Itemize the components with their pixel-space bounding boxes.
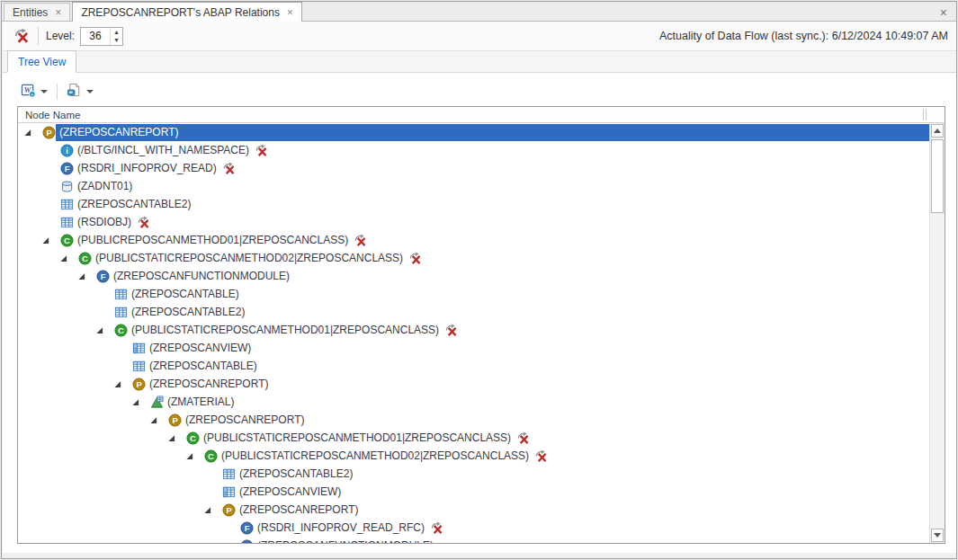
level-input[interactable]	[81, 28, 110, 45]
tree-row[interactable]: (ZREPOSCANTABLE2)	[18, 195, 929, 213]
main-toolbar: Level: ▲ ▼ Actuality of Data Flow (last …	[3, 22, 957, 51]
export-page-button[interactable]	[63, 80, 97, 104]
export-word-button[interactable]: W	[17, 80, 51, 104]
remove-relation-icon[interactable]	[430, 521, 443, 535]
tree-row[interactable]: P(ZREPOSCANREPORT)	[18, 411, 929, 429]
table-icon	[113, 287, 128, 301]
remove-relation-icon[interactable]	[354, 234, 367, 247]
remove-relation-icon[interactable]	[222, 162, 236, 175]
tree-row[interactable]: (ZREPOSCANTABLE)	[18, 357, 929, 375]
level-spinner[interactable]: ▲ ▼	[80, 27, 123, 46]
expand-arrow-icon[interactable]	[113, 375, 131, 393]
node-label[interactable]: (ZREPOSCANFUNCTIONMODULE)	[110, 268, 293, 285]
level-spin-up-icon[interactable]: ▲	[111, 28, 122, 37]
tab-abap-relations[interactable]: ZREPOSCANREPORT's ABAP Relations ×	[72, 2, 302, 22]
expand-arrow-icon[interactable]	[23, 123, 41, 141]
scrollbar-thumb[interactable]	[931, 139, 944, 213]
expand-arrow-icon[interactable]	[167, 429, 185, 447]
node-label[interactable]: (PUBLICSTATICREPOSCANMETHOD01|ZREPOSCANC…	[200, 430, 515, 447]
scroll-down-icon[interactable]	[931, 529, 944, 542]
function-icon: F	[59, 161, 74, 175]
expand-arrow-icon[interactable]	[221, 537, 239, 543]
node-label[interactable]: (ZREPOSCANTABLE2)	[236, 466, 356, 483]
include-icon: i	[59, 143, 74, 157]
database-icon	[59, 179, 74, 193]
level-spin-down-icon[interactable]: ▼	[111, 36, 122, 45]
node-label[interactable]: (PUBLICSTATICREPOSCANMETHOD02|ZREPOSCANC…	[218, 448, 533, 465]
tree-row[interactable]: (ZREPOSCANVIEW)	[18, 483, 929, 501]
tree-row[interactable]: (ZREPOSCANTABLE2)	[18, 303, 929, 321]
tree-row[interactable]: P(ZREPOSCANREPORT)	[18, 375, 929, 393]
tabstrip-close-icon[interactable]: ×	[940, 5, 947, 20]
tree-row[interactable]: (ZADNT01)	[18, 177, 929, 195]
node-label[interactable]: (ZREPOSCANTABLE2)	[74, 196, 194, 213]
node-label[interactable]: (ZREPOSCANREPORT)	[146, 376, 272, 393]
expand-arrow-icon[interactable]	[77, 267, 95, 285]
remove-relation-icon[interactable]	[444, 324, 458, 337]
chevron-down-icon[interactable]	[86, 90, 94, 93]
tab-entities-close-icon[interactable]: ×	[55, 7, 61, 18]
expand-arrow-icon[interactable]	[131, 393, 149, 411]
tree-row[interactable]: (ZMATERIAL)	[18, 393, 929, 411]
tree-row[interactable]: C(PUBLICSTATICREPOSCANMETHOD01|ZREPOSCAN…	[18, 429, 929, 447]
remove-relation-icon[interactable]	[408, 252, 422, 265]
function-icon: F	[95, 269, 110, 283]
tree-row[interactable]: F(ZREPOSCANFUNCTIONMODULE)	[18, 537, 929, 543]
node-label[interactable]: (ZREPOSCANVIEW)	[146, 340, 255, 357]
tree-row[interactable]: (RSDIOBJ)	[18, 213, 929, 231]
tree-row[interactable]: P(ZREPOSCANREPORT)	[18, 501, 929, 519]
chevron-down-icon[interactable]	[40, 90, 48, 93]
node-label[interactable]: (ZREPOSCANTABLE)	[128, 286, 243, 303]
expand-arrow-icon[interactable]	[59, 249, 77, 267]
tab-entities[interactable]: Entities ×	[4, 3, 70, 21]
node-label[interactable]: (RSDIOBJ)	[74, 214, 135, 231]
tree-row[interactable]: (ZREPOSCANTABLE2)	[18, 465, 929, 483]
node-label[interactable]: (PUBLICSTATICREPOSCANMETHOD02|ZREPOSCANC…	[92, 250, 407, 267]
expand-arrow-icon[interactable]	[203, 501, 221, 519]
expand-arrow-icon[interactable]	[149, 411, 167, 429]
tab-tree-view[interactable]: Tree View	[7, 50, 76, 73]
expand-arrow-icon[interactable]	[41, 231, 59, 249]
tree-row[interactable]: C(PUBLICSTATICREPOSCANMETHOD02|ZREPOSCAN…	[18, 249, 929, 267]
tree-column-header[interactable]: Node Name	[18, 107, 945, 123]
tab-abap-relations-close-icon[interactable]: ×	[287, 7, 293, 18]
node-label[interactable]: (ZREPOSCANTABLE)	[146, 358, 261, 375]
column-header-label: Node Name	[25, 110, 80, 120]
tree-row[interactable]: F(ZREPOSCANFUNCTIONMODULE)	[18, 267, 929, 285]
tree-row[interactable]: (ZREPOSCANTABLE)	[18, 285, 929, 303]
svg-text:C: C	[190, 433, 196, 442]
node-label[interactable]: (ZREPOSCANVIEW)	[236, 484, 345, 501]
node-label[interactable]: (ZADNT01)	[74, 178, 136, 195]
expand-arrow-icon[interactable]	[185, 447, 203, 465]
remove-relation-icon[interactable]	[137, 216, 150, 229]
vertical-scrollbar[interactable]	[929, 123, 945, 543]
expand-arrow-icon[interactable]	[95, 321, 113, 339]
scroll-up-icon[interactable]	[931, 124, 944, 138]
tree-row[interactable]: C(PUBLICREPOSCANMETHOD01|ZREPOSCANCLASS)	[18, 231, 929, 249]
tree-row[interactable]: F(RSDRI_INFOPROV_READ)	[18, 159, 929, 177]
remove-relation-icon[interactable]	[534, 449, 548, 463]
tree-row[interactable]: P(ZREPOSCANREPORT)	[18, 123, 929, 141]
node-label[interactable]: (/BLTG/INCL_WITH_NAMESPACE)	[74, 142, 253, 159]
column-resize-grip[interactable]	[923, 109, 927, 120]
remove-relation-icon[interactable]	[255, 144, 268, 157]
node-label[interactable]: (ZREPOSCANTABLE2)	[128, 304, 248, 321]
node-label[interactable]: (ZREPOSCANREPORT)	[236, 502, 362, 519]
node-label[interactable]: (ZREPOSCANREPORT)	[182, 412, 308, 429]
tree-row[interactable]: F(RSDRI_INFOPROV_READ_RFC)	[18, 519, 929, 537]
tree-row[interactable]: (ZREPOSCANVIEW)	[18, 339, 929, 357]
sync-status-text: Actuality of Data Flow (last sync.): 6/1…	[659, 30, 948, 42]
node-label[interactable]: (ZREPOSCANFUNCTIONMODULE)	[254, 538, 437, 544]
node-label[interactable]: (RSDRI_INFOPROV_READ_RFC)	[254, 520, 428, 537]
node-label[interactable]: (ZREPOSCANREPORT)	[56, 124, 929, 141]
remove-relation-icon[interactable]	[13, 27, 31, 45]
arrow-slot-empty	[113, 339, 131, 357]
node-label[interactable]: (RSDRI_INFOPROV_READ)	[74, 160, 220, 177]
node-label[interactable]: (PUBLICREPOSCANMETHOD01|ZREPOSCANCLASS)	[74, 232, 352, 249]
remove-relation-icon[interactable]	[516, 431, 530, 445]
tree-row[interactable]: C(PUBLICSTATICREPOSCANMETHOD01|ZREPOSCAN…	[18, 321, 929, 339]
node-label[interactable]: (ZMATERIAL)	[164, 394, 237, 411]
tree-row[interactable]: i(/BLTG/INCL_WITH_NAMESPACE)	[18, 141, 929, 159]
node-label[interactable]: (PUBLICSTATICREPOSCANMETHOD01|ZREPOSCANC…	[128, 322, 443, 339]
tree-row[interactable]: C(PUBLICSTATICREPOSCANMETHOD02|ZREPOSCAN…	[18, 447, 929, 465]
